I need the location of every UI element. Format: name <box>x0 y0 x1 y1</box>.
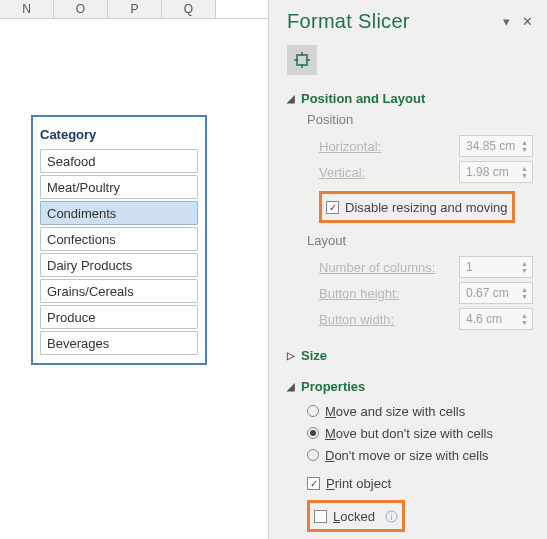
section-label: Size <box>301 348 327 363</box>
section-properties[interactable]: ◢ Properties <box>287 379 533 394</box>
vertical-input: 1.98 cm▲▼ <box>459 161 533 183</box>
slicer-item[interactable]: Grains/Cereals <box>40 279 198 303</box>
button-height-input: 0.67 cm▲▼ <box>459 282 533 304</box>
collapse-icon: ◢ <box>287 93 295 104</box>
disable-resizing-checkbox[interactable]: ✓ Disable resizing and moving <box>326 196 508 218</box>
button-width-label: Button width: <box>319 312 394 327</box>
locked-highlight: Locked i <box>307 500 405 532</box>
slicer-title: Category <box>40 127 96 142</box>
slicer-item[interactable]: Meat/Poultry <box>40 175 198 199</box>
section-position-layout[interactable]: ◢ Position and Layout <box>287 91 533 106</box>
pane-title: Format Slicer <box>287 10 410 33</box>
worksheet-area[interactable]: Category SeafoodMeat/PoultryCondimentsCo… <box>0 19 268 539</box>
numcols-label: Number of columns: <box>319 260 435 275</box>
print-object-checkbox[interactable]: ✓Print object <box>307 472 533 494</box>
layout-group-label: Layout <box>307 233 533 248</box>
horizontal-label: Horizontal: <box>319 139 381 154</box>
section-size[interactable]: ▷ Size <box>287 348 533 363</box>
info-icon[interactable]: i <box>385 510 398 523</box>
col-head[interactable]: Q <box>162 0 216 18</box>
numcols-input: 1▲▼ <box>459 256 533 278</box>
button-height-label: Button height: <box>319 286 399 301</box>
locked-checkbox[interactable]: Locked i <box>314 505 398 527</box>
slicer[interactable]: Category SeafoodMeat/PoultryCondimentsCo… <box>31 115 207 365</box>
horizontal-input: 34.85 cm▲▼ <box>459 135 533 157</box>
slicer-item[interactable]: Dairy Products <box>40 253 198 277</box>
column-headers: N O P Q <box>0 0 268 19</box>
svg-rect-0 <box>297 55 307 65</box>
size-properties-tab[interactable] <box>287 45 317 75</box>
disable-resizing-highlight: ✓ Disable resizing and moving <box>319 191 515 223</box>
section-label: Properties <box>301 379 365 394</box>
slicer-item[interactable]: Beverages <box>40 331 198 355</box>
slicer-item[interactable]: Produce <box>40 305 198 329</box>
collapse-icon: ◢ <box>287 381 295 392</box>
position-group-label: Position <box>307 112 533 127</box>
col-head[interactable]: P <box>108 0 162 18</box>
slicer-item[interactable]: Condiments <box>40 201 198 225</box>
format-slicer-pane: Format Slicer ▾ ✕ ◢ Position and Layout … <box>268 0 547 539</box>
pane-menu-icon[interactable]: ▾ <box>503 14 510 29</box>
section-label: Position and Layout <box>301 91 425 106</box>
col-head[interactable]: O <box>54 0 108 18</box>
vertical-label: Vertical: <box>319 165 365 180</box>
pane-close-icon[interactable]: ✕ <box>522 14 533 29</box>
svg-text:i: i <box>390 512 392 522</box>
radio-dont-move[interactable]: Don't move or size with cells <box>307 444 533 466</box>
expand-icon: ▷ <box>287 350 295 361</box>
radio-move-size[interactable]: Move and size with cells <box>307 400 533 422</box>
button-width-input: 4.6 cm▲▼ <box>459 308 533 330</box>
col-head[interactable]: N <box>0 0 54 18</box>
slicer-item[interactable]: Confections <box>40 227 198 251</box>
radio-move-no-size[interactable]: Move but don't size with cells <box>307 422 533 444</box>
slicer-item[interactable]: Seafood <box>40 149 198 173</box>
